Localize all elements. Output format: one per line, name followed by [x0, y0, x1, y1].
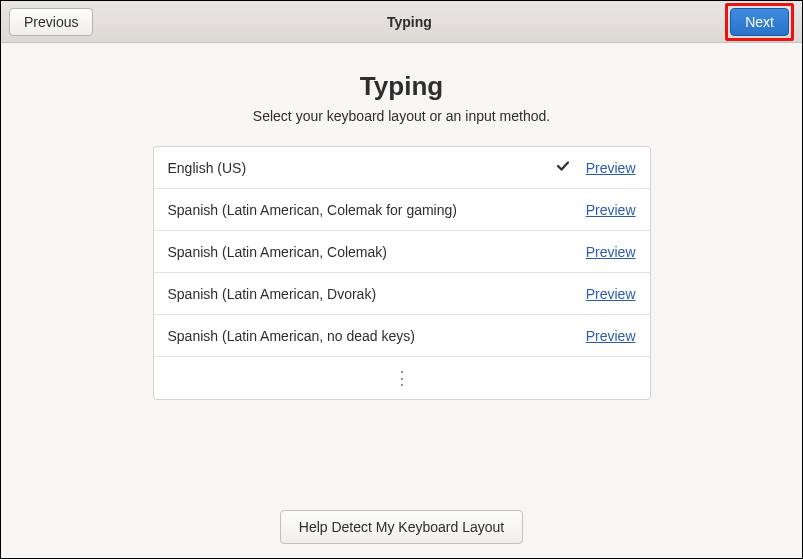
header-bar: Previous Typing Next [1, 1, 802, 43]
keyboard-layout-list: English (US) Preview Spanish (Latin Amer… [153, 146, 651, 400]
header-title: Typing [387, 14, 432, 30]
layout-row[interactable]: Spanish (Latin American, no dead keys) P… [154, 315, 650, 357]
layout-row[interactable]: English (US) Preview [154, 147, 650, 189]
more-layouts-button[interactable]: ⋮ [154, 357, 650, 399]
page-title: Typing [360, 71, 443, 102]
next-button-highlight: Next [725, 3, 794, 41]
layout-row[interactable]: Spanish (Latin American, Dvorak) Preview [154, 273, 650, 315]
layout-row[interactable]: Spanish (Latin American, Colemak) Previe… [154, 231, 650, 273]
preview-link[interactable]: Preview [586, 244, 636, 260]
previous-button[interactable]: Previous [9, 8, 93, 36]
preview-link[interactable]: Preview [586, 328, 636, 344]
preview-link[interactable]: Preview [586, 160, 636, 176]
layout-row[interactable]: Spanish (Latin American, Colemak for gam… [154, 189, 650, 231]
more-vertical-icon: ⋮ [393, 369, 411, 387]
preview-link[interactable]: Preview [586, 286, 636, 302]
preview-link[interactable]: Preview [586, 202, 636, 218]
detect-button-area: Help Detect My Keyboard Layout [280, 510, 523, 544]
layout-label: Spanish (Latin American, Colemak for gam… [168, 202, 556, 218]
help-detect-button[interactable]: Help Detect My Keyboard Layout [280, 510, 523, 544]
next-button[interactable]: Next [730, 8, 789, 36]
content-area: Typing Select your keyboard layout or an… [1, 43, 802, 558]
layout-label: Spanish (Latin American, Colemak) [168, 244, 556, 260]
page-subtitle: Select your keyboard layout or an input … [253, 108, 550, 124]
layout-label: English (US) [168, 160, 556, 176]
layout-label: Spanish (Latin American, no dead keys) [168, 328, 556, 344]
layout-label: Spanish (Latin American, Dvorak) [168, 286, 556, 302]
check-icon [556, 159, 574, 176]
